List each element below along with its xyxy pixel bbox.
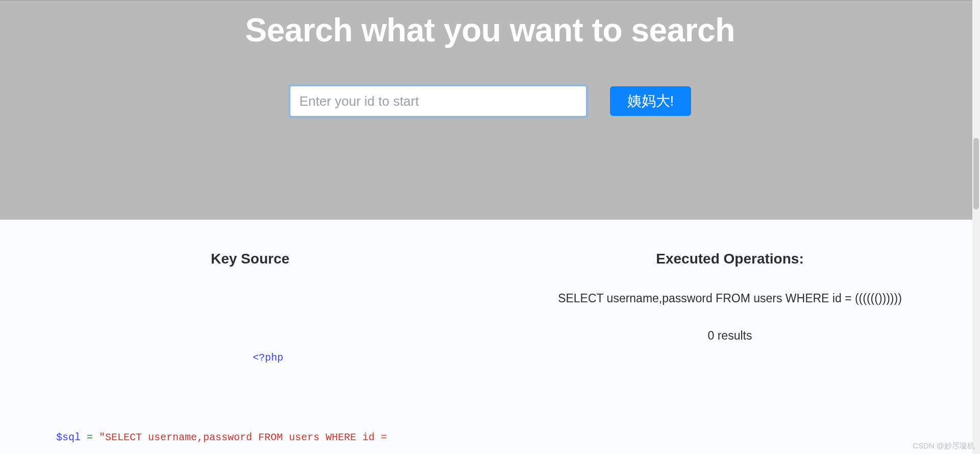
search-button[interactable]: 姨妈大!	[610, 86, 692, 116]
executed-operations-heading: Executed Operations:	[500, 251, 960, 267]
key-source-heading: Key Source	[20, 251, 480, 267]
results-count-text: 0 results	[500, 329, 960, 343]
executed-sql-text: SELECT username,password FROM users WHER…	[500, 292, 960, 305]
code-token-string: "SELECT username,password FROM users WHE…	[56, 432, 393, 454]
code-token-var: $sql	[56, 432, 81, 443]
code-line-sql-assign: $sql = "SELECT username,password FROM us…	[56, 424, 480, 454]
hero-section: Search what you want to search 姨妈大!	[0, 0, 980, 220]
content-section: Key Source <?php $sql = "SELECT username…	[0, 220, 980, 454]
code-line-php-open: <?php	[56, 345, 480, 371]
page-title: Search what you want to search	[0, 11, 980, 49]
scrollbar-thumb[interactable]	[973, 138, 979, 209]
executed-operations-column: Executed Operations: SELECT username,pas…	[490, 251, 960, 454]
code-token-op: =	[81, 432, 99, 443]
id-search-input[interactable]	[289, 85, 587, 117]
key-source-column: Key Source <?php $sql = "SELECT username…	[20, 251, 490, 454]
scrollbar-track[interactable]	[972, 0, 980, 454]
source-code-block: <?php $sql = "SELECT username,password F…	[20, 292, 480, 454]
search-row: 姨妈大!	[0, 85, 980, 117]
